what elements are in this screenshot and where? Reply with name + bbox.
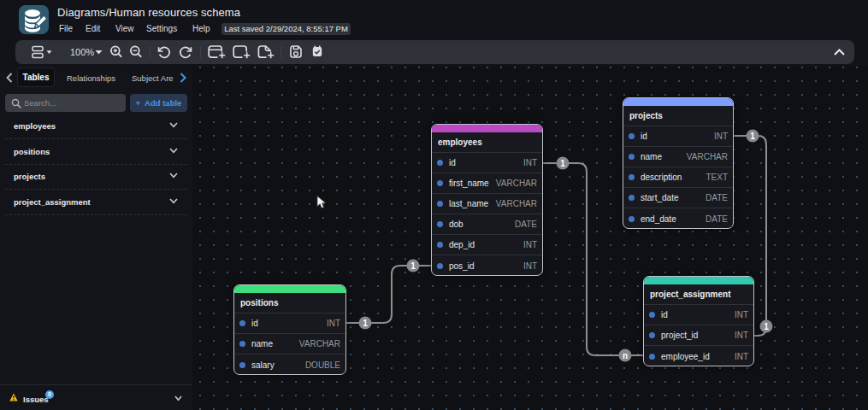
- svg-text:1: 1: [764, 322, 769, 331]
- svg-text:1: 1: [410, 261, 416, 271]
- svg-text:n: n: [623, 351, 628, 360]
- svg-text:1: 1: [363, 319, 368, 328]
- svg-text:1: 1: [750, 132, 755, 141]
- svg-text:1: 1: [560, 159, 565, 168]
